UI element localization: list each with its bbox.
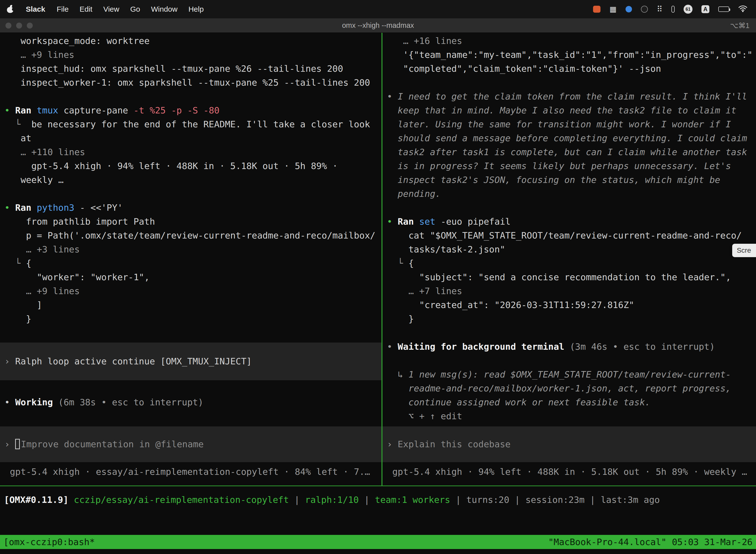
text-segment: • xyxy=(387,216,397,227)
text-segment: Ran xyxy=(15,105,37,115)
input-source-icon[interactable]: A xyxy=(701,5,709,13)
text-segment: inspect_hud: omx sparkshell --tmux-pane … xyxy=(4,63,343,74)
text-segment: | xyxy=(359,495,375,505)
text-segment: at xyxy=(4,133,31,143)
terminal-line xyxy=(382,201,756,215)
text-segment: Improve documentation in @filename xyxy=(21,439,204,449)
text-segment: team:1 workers xyxy=(375,495,450,505)
terminal-line: inspect task2's JSON, focusing on the st… xyxy=(382,173,756,187)
terminal-line: › Ralph loop active continue [OMX_TMUX_I… xyxy=(0,354,252,368)
text-segment: cat "$OMX_TEAM_STATE_ROOT/team/review-cu… xyxy=(387,230,742,240)
terminal-line: pending. xyxy=(382,187,756,201)
window-title: omx --xhigh --madmax xyxy=(342,21,414,30)
battery-icon[interactable] xyxy=(718,6,729,12)
terminal-line: p = Path('.omx/state/team/review-current… xyxy=(0,229,381,242)
menu-app-name[interactable]: Slack xyxy=(22,5,49,13)
window-titlebar: omx --xhigh --madmax ⌥⌘1 xyxy=(0,18,756,33)
terminal-line: } xyxy=(382,312,756,326)
text-segment: Waiting for background terminal xyxy=(397,341,570,352)
prompt-input-left[interactable]: › Improve documentation in @filename xyxy=(0,427,381,462)
text-segment: keep that in mind. Maybe I also need the… xyxy=(397,105,736,115)
menu-view[interactable]: View xyxy=(98,5,125,13)
terminal-line: ⌥ + ↑ edit xyxy=(382,409,756,423)
wifi-icon[interactable] xyxy=(738,5,748,14)
terminal-line: … +9 lines xyxy=(0,48,381,62)
terminal-line: ] xyxy=(0,298,381,312)
badge-61-icon[interactable]: 61 xyxy=(684,5,693,14)
blue-app-icon[interactable] xyxy=(626,6,632,12)
text-segment: … +3 lines xyxy=(4,244,80,255)
text-segment: python3 xyxy=(37,203,80,213)
terminal-line: … +9 lines xyxy=(0,284,381,298)
minimize-button[interactable] xyxy=(16,22,22,29)
terminal-line: inspect_worker-1: omx sparkshell --tmux-… xyxy=(0,76,381,90)
text-segment: (3m 46s • esc to interrupt) xyxy=(570,341,715,352)
menu-go[interactable]: Go xyxy=(125,5,145,13)
screen-notification-label: Scre xyxy=(737,246,751,255)
text-segment: Explain this codebase xyxy=(397,439,510,449)
traffic-lights xyxy=(5,18,33,33)
menu-help[interactable]: Help xyxy=(183,5,209,13)
text-segment: ] xyxy=(4,300,42,310)
text-segment: • xyxy=(387,341,397,352)
text-segment: Ran xyxy=(397,216,419,227)
terminal-line: keep that in mind. Maybe I also need the… xyxy=(382,104,756,117)
text-segment: Ran xyxy=(15,203,37,213)
text-segment: | xyxy=(450,495,466,505)
menu-window[interactable]: Window xyxy=(145,5,183,13)
text-cursor xyxy=(15,439,20,449)
text-segment xyxy=(387,119,397,129)
text-segment: "completed","claim_token":"claim-token"}… xyxy=(387,63,661,74)
pill-icon[interactable] xyxy=(672,6,675,13)
text-segment: -euo pipefail xyxy=(441,216,511,227)
screen-notification[interactable]: Scre xyxy=(732,244,756,257)
text-segment: later. Using the same for transition mig… xyxy=(397,119,731,129)
screen-recording-indicator-icon[interactable] xyxy=(593,6,601,13)
terminal-line: "created_at": "2026-03-31T11:59:27.816Z" xyxy=(382,298,756,312)
text-segment: last:3m ago xyxy=(601,495,660,505)
text-segment: "subject": "send a concise recommendatio… xyxy=(387,272,731,282)
text-segment: (6m 38s • esc to interrupt) xyxy=(58,397,203,407)
text-segment: … +7 lines xyxy=(387,286,462,296)
text-segment: [OMX#0.11.9] xyxy=(4,495,74,505)
dark-circle-app-icon[interactable] xyxy=(641,6,648,13)
terminal-line: should send a message before completing … xyxy=(382,131,756,145)
pane-bottom-border xyxy=(0,486,756,486)
text-segment: └ xyxy=(4,119,31,129)
zoom-button[interactable] xyxy=(27,22,33,29)
text-segment: inspect_worker-1: omx sparkshell --tmux-… xyxy=(4,77,370,88)
text-segment: be necessary for the end of the README. … xyxy=(31,119,370,129)
text-segment: - <<'PY' xyxy=(80,203,123,213)
text-segment: session:23m xyxy=(525,495,584,505)
terminal-line: • Ran python3 - <<'PY' xyxy=(0,201,381,215)
scrollback-left: workspace_mode: worktree … +9 lines insp… xyxy=(0,34,381,326)
terminal-line: • Working (6m 38s • esc to interrupt) xyxy=(0,395,381,409)
terminal-line: readme-and-reco/mailbox/worker-1.json, a… xyxy=(382,382,756,395)
text-segment: capture-pane xyxy=(63,105,133,115)
terminal-line: gpt-5.4 xhigh · essay/ai-reimplementatio… xyxy=(0,465,381,479)
terminal-line: gpt-5.4 xhigh · 94% left · 488K in · 5.1… xyxy=(382,465,756,479)
app-grid-icon[interactable]: ⠿ xyxy=(657,5,663,13)
terminal-line: workspace_mode: worktree xyxy=(0,34,381,48)
pane-left[interactable]: workspace_mode: worktree … +9 lines insp… xyxy=(0,33,381,486)
prompt-input-right[interactable]: › Explain this codebase xyxy=(382,427,756,462)
close-button[interactable] xyxy=(5,22,11,29)
grid-icon[interactable]: ▦ xyxy=(610,5,616,13)
terminal-line xyxy=(382,76,756,90)
menubar: Slack FileEditViewGoWindowHelp ▦ ⠿ 61 A xyxy=(0,0,756,18)
text-segment: ralph:1/10 xyxy=(305,495,359,505)
hud-status-right: gpt-5.4 xhigh · 94% left · 488K in · 5.1… xyxy=(382,465,756,479)
window-shortcut: ⌥⌘1 xyxy=(730,21,750,30)
scrollback-right: … +16 lines '{"team_name":"my-team","tas… xyxy=(382,34,756,423)
pane-right[interactable]: … +16 lines '{"team_name":"my-team","tas… xyxy=(382,33,756,486)
terminal-line: weekly … xyxy=(0,173,381,187)
apple-menu-icon[interactable] xyxy=(7,5,13,13)
menu-edit[interactable]: Edit xyxy=(74,5,98,13)
terminal-line xyxy=(0,187,381,201)
text-segment: tasks/task-2.json" xyxy=(387,244,505,255)
ralph-loop-banner: › Ralph loop active continue [OMX_TMUX_I… xyxy=(0,342,381,380)
text-segment: readme-and-reco/mailbox/worker-1.json, a… xyxy=(387,383,731,393)
menu-file[interactable]: File xyxy=(51,5,74,13)
text-segment: "worker": "worker-1", xyxy=(4,272,149,282)
text-segment: └ xyxy=(387,258,408,268)
